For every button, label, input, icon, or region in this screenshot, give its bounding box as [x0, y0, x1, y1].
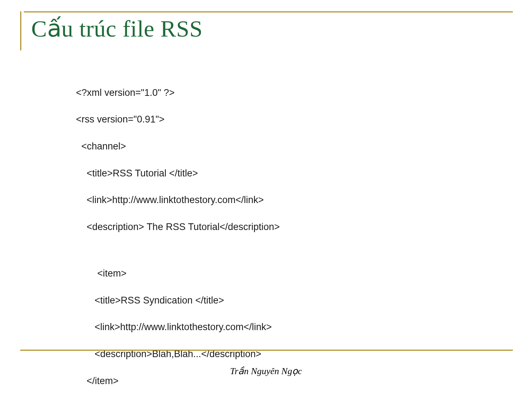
bottom-horizontal-rule: [20, 350, 513, 351]
code-line: <?xml version="1.0" ?>: [76, 86, 488, 100]
blank-line: [76, 247, 488, 253]
top-horizontal-rule: [24, 11, 513, 12]
code-line: <title>RSS Syndication </title>: [76, 294, 488, 307]
code-line: <title>RSS Tutorial </title>: [76, 167, 488, 180]
slide: Cấu trúc file RSS <?xml version="1.0" ?>…: [0, 0, 532, 399]
code-line: <description> The RSS Tutorial</descript…: [76, 220, 488, 234]
slide-title: Cấu trúc file RSS: [31, 15, 203, 42]
code-line: <channel>: [76, 140, 488, 153]
code-line: <rss version="0.91">: [76, 113, 488, 126]
author-footer: Trần Nguyên Ngọc: [0, 366, 532, 377]
top-vertical-tick: [20, 11, 21, 50]
code-line: <link>http://www.linktothestory.com</lin…: [76, 321, 488, 334]
code-line: <item>: [76, 267, 488, 280]
code-line: <link>http://www.linktothestory.com</lin…: [76, 193, 488, 207]
